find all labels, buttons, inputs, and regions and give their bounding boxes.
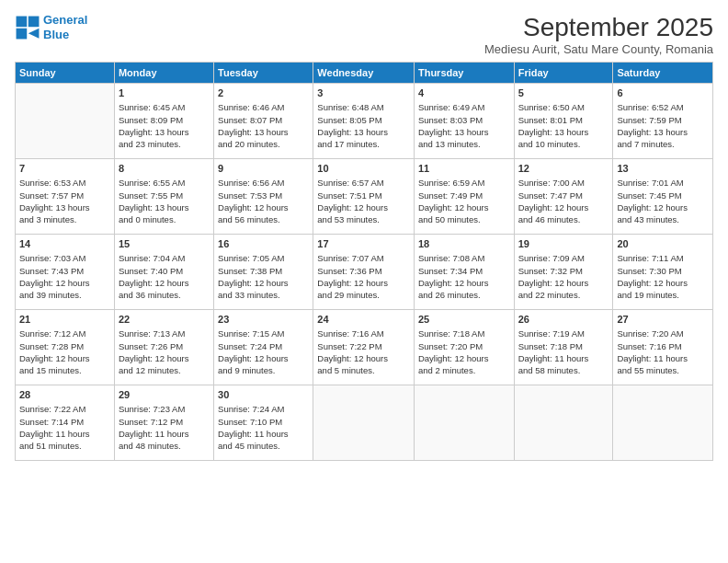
col-friday: Friday [514, 63, 613, 84]
day-number: 30 [218, 388, 309, 402]
calendar-week-4: 21Sunrise: 7:12 AM Sunset: 7:28 PM Dayli… [16, 310, 713, 385]
calendar-cell: 22Sunrise: 7:13 AM Sunset: 7:26 PM Dayli… [114, 310, 213, 385]
calendar-cell: 16Sunrise: 7:05 AM Sunset: 7:38 PM Dayli… [214, 235, 313, 310]
calendar-cell: 30Sunrise: 7:24 AM Sunset: 7:10 PM Dayli… [214, 385, 313, 461]
day-info: Sunrise: 7:20 AM Sunset: 7:16 PM Dayligh… [617, 327, 709, 376]
day-number: 10 [317, 162, 410, 176]
day-info: Sunrise: 7:04 AM Sunset: 7:40 PM Dayligh… [119, 252, 210, 301]
calendar-cell: 6Sunrise: 6:52 AM Sunset: 7:59 PM Daylig… [613, 84, 713, 159]
col-tuesday: Tuesday [214, 63, 313, 84]
day-number: 18 [418, 237, 510, 251]
subtitle: Mediesu Aurit, Satu Mare County, Romania [484, 42, 713, 56]
calendar-cell [613, 385, 713, 461]
day-info: Sunrise: 7:11 AM Sunset: 7:30 PM Dayligh… [617, 252, 709, 301]
day-info: Sunrise: 6:52 AM Sunset: 7:59 PM Dayligh… [617, 101, 709, 150]
day-info: Sunrise: 7:07 AM Sunset: 7:36 PM Dayligh… [317, 252, 410, 301]
calendar-cell: 4Sunrise: 6:49 AM Sunset: 8:03 PM Daylig… [414, 84, 514, 159]
day-info: Sunrise: 7:01 AM Sunset: 7:45 PM Dayligh… [617, 177, 709, 225]
day-number: 14 [19, 237, 110, 251]
svg-rect-3 [17, 28, 28, 39]
day-info: Sunrise: 7:24 AM Sunset: 7:10 PM Dayligh… [218, 403, 309, 452]
day-number: 9 [218, 162, 309, 176]
header-row: Sunday Monday Tuesday Wednesday Thursday… [16, 63, 713, 84]
day-info: Sunrise: 6:56 AM Sunset: 7:53 PM Dayligh… [218, 177, 309, 225]
logo: General Blue [15, 13, 87, 41]
calendar-cell: 18Sunrise: 7:08 AM Sunset: 7:34 PM Dayli… [414, 235, 514, 310]
col-wednesday: Wednesday [313, 63, 415, 84]
day-info: Sunrise: 6:57 AM Sunset: 7:51 PM Dayligh… [317, 177, 410, 225]
day-number: 17 [317, 237, 410, 251]
day-number: 6 [617, 86, 709, 100]
day-number: 4 [418, 86, 510, 100]
day-info: Sunrise: 6:50 AM Sunset: 8:01 PM Dayligh… [518, 101, 609, 150]
logo-general: General [43, 13, 87, 27]
day-number: 2 [218, 86, 309, 100]
calendar-cell: 12Sunrise: 7:00 AM Sunset: 7:47 PM Dayli… [514, 159, 613, 235]
col-monday: Monday [114, 63, 213, 84]
day-number: 23 [218, 313, 309, 327]
day-info: Sunrise: 7:23 AM Sunset: 7:12 PM Dayligh… [119, 403, 210, 452]
calendar-cell: 9Sunrise: 6:56 AM Sunset: 7:53 PM Daylig… [214, 159, 313, 235]
page: General Blue September 2025 Mediesu Auri… [0, 0, 728, 563]
month-title: September 2025 [484, 13, 713, 42]
calendar-cell: 17Sunrise: 7:07 AM Sunset: 7:36 PM Dayli… [313, 235, 415, 310]
calendar-cell [414, 385, 514, 461]
day-info: Sunrise: 7:16 AM Sunset: 7:22 PM Dayligh… [317, 327, 410, 376]
col-sunday: Sunday [16, 63, 115, 84]
calendar-cell: 5Sunrise: 6:50 AM Sunset: 8:01 PM Daylig… [514, 84, 613, 159]
calendar-week-3: 14Sunrise: 7:03 AM Sunset: 7:43 PM Dayli… [16, 235, 713, 310]
day-number: 13 [617, 162, 709, 176]
calendar-cell: 26Sunrise: 7:19 AM Sunset: 7:18 PM Dayli… [514, 310, 613, 385]
day-number: 21 [19, 313, 110, 327]
calendar-week-2: 7Sunrise: 6:53 AM Sunset: 7:57 PM Daylig… [16, 159, 713, 235]
day-number: 26 [518, 313, 609, 327]
day-number: 27 [617, 313, 709, 327]
day-number: 3 [317, 86, 410, 100]
logo-text: General Blue [43, 13, 87, 41]
day-info: Sunrise: 7:19 AM Sunset: 7:18 PM Dayligh… [518, 327, 609, 376]
day-number: 12 [518, 162, 609, 176]
calendar-cell: 24Sunrise: 7:16 AM Sunset: 7:22 PM Dayli… [313, 310, 415, 385]
day-number: 22 [119, 313, 210, 327]
calendar-cell: 29Sunrise: 7:23 AM Sunset: 7:12 PM Dayli… [114, 385, 213, 461]
day-number: 5 [518, 86, 609, 100]
calendar-cell [514, 385, 613, 461]
calendar-cell: 15Sunrise: 7:04 AM Sunset: 7:40 PM Dayli… [114, 235, 213, 310]
calendar-cell: 1Sunrise: 6:45 AM Sunset: 8:09 PM Daylig… [114, 84, 213, 159]
day-info: Sunrise: 7:09 AM Sunset: 7:32 PM Dayligh… [518, 252, 609, 301]
logo-icon [15, 15, 40, 40]
day-info: Sunrise: 6:49 AM Sunset: 8:03 PM Dayligh… [418, 101, 510, 150]
col-saturday: Saturday [613, 63, 713, 84]
calendar-cell: 14Sunrise: 7:03 AM Sunset: 7:43 PM Dayli… [16, 235, 115, 310]
day-number: 20 [617, 237, 709, 251]
day-number: 28 [19, 388, 110, 402]
day-number: 1 [119, 86, 210, 100]
day-info: Sunrise: 7:03 AM Sunset: 7:43 PM Dayligh… [19, 252, 110, 301]
day-info: Sunrise: 7:18 AM Sunset: 7:20 PM Dayligh… [418, 327, 510, 376]
day-info: Sunrise: 6:55 AM Sunset: 7:55 PM Dayligh… [119, 177, 210, 225]
calendar-cell: 25Sunrise: 7:18 AM Sunset: 7:20 PM Dayli… [414, 310, 514, 385]
day-number: 7 [19, 162, 110, 176]
day-info: Sunrise: 7:13 AM Sunset: 7:26 PM Dayligh… [119, 327, 210, 376]
day-info: Sunrise: 7:22 AM Sunset: 7:14 PM Dayligh… [19, 403, 110, 452]
logo-blue: Blue [43, 28, 69, 41]
day-number: 11 [418, 162, 510, 176]
day-number: 16 [218, 237, 309, 251]
day-number: 24 [317, 313, 410, 327]
calendar-cell: 8Sunrise: 6:55 AM Sunset: 7:55 PM Daylig… [114, 159, 213, 235]
calendar-cell [313, 385, 415, 461]
calendar-table: Sunday Monday Tuesday Wednesday Thursday… [15, 62, 713, 461]
calendar-cell: 20Sunrise: 7:11 AM Sunset: 7:30 PM Dayli… [613, 235, 713, 310]
day-number: 8 [119, 162, 210, 176]
col-thursday: Thursday [414, 63, 514, 84]
day-number: 29 [119, 388, 210, 402]
calendar-cell: 28Sunrise: 7:22 AM Sunset: 7:14 PM Dayli… [16, 385, 115, 461]
day-info: Sunrise: 6:53 AM Sunset: 7:57 PM Dayligh… [19, 177, 110, 225]
day-info: Sunrise: 6:48 AM Sunset: 8:05 PM Dayligh… [317, 101, 410, 150]
calendar-week-1: 1Sunrise: 6:45 AM Sunset: 8:09 PM Daylig… [16, 84, 713, 159]
day-info: Sunrise: 7:00 AM Sunset: 7:47 PM Dayligh… [518, 177, 609, 225]
day-number: 15 [119, 237, 210, 251]
calendar-cell: 11Sunrise: 6:59 AM Sunset: 7:49 PM Dayli… [414, 159, 514, 235]
calendar-cell: 19Sunrise: 7:09 AM Sunset: 7:32 PM Dayli… [514, 235, 613, 310]
calendar-cell [16, 84, 115, 159]
